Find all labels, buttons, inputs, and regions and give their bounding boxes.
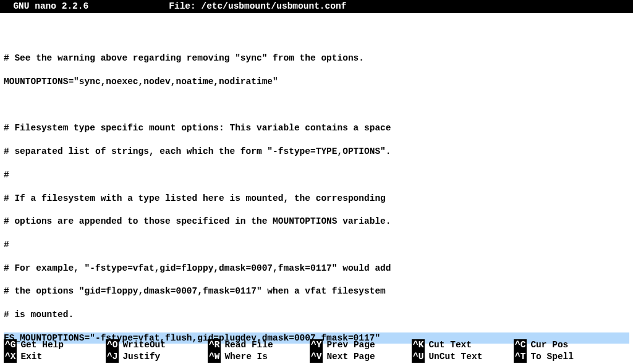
text-line: # is mounted.: [4, 309, 629, 321]
shortcut-justify[interactable]: ^JJustify: [106, 351, 208, 363]
text-line: # Filesystem type specific mount options…: [4, 122, 629, 134]
app-name: GNU nano 2.2.6: [2, 1, 88, 12]
shortcuts-footer: ^GGet Help ^OWriteOut ^RRead File ^YPrev…: [0, 339, 633, 364]
key-label: ^J: [106, 351, 119, 363]
text-line: MOUNTOPTIONS="sync,noexec,nodev,noatime,…: [4, 76, 629, 88]
text-line: [4, 30, 629, 41]
text-line: [4, 99, 629, 111]
editor-body[interactable]: # See the warning above regarding removi…: [0, 13, 633, 364]
shortcut-label: UnCut Text: [428, 351, 482, 363]
shortcut-cut-text[interactable]: ^KCut Text: [412, 339, 514, 351]
shortcut-label: Cut Text: [428, 339, 472, 351]
shortcut-label: Exit: [20, 351, 42, 363]
shortcut-get-help[interactable]: ^GGet Help: [4, 339, 106, 351]
key-label: ^V: [310, 351, 323, 363]
text-line: # the options "gid=floppy,dmask=0007,fma…: [4, 286, 629, 297]
shortcut-next-page[interactable]: ^VNext Page: [310, 351, 412, 363]
text-line: # If a filesystem with a type listed her…: [4, 193, 629, 205]
file-path: File: /etc/usbmount/usbmount.conf: [88, 1, 631, 12]
key-label: ^O: [106, 339, 119, 351]
shortcut-exit[interactable]: ^XExit: [4, 351, 106, 363]
text-line: #: [4, 239, 629, 251]
shortcut-to-spell[interactable]: ^TTo Spell: [514, 351, 616, 363]
shortcut-label: WriteOut: [122, 339, 166, 351]
shortcut-label: Get Help: [20, 339, 64, 351]
text-line: #: [4, 169, 629, 181]
shortcut-row: ^GGet Help ^OWriteOut ^RRead File ^YPrev…: [4, 339, 629, 351]
shortcut-label: Cur Pos: [530, 339, 568, 351]
text-line: # See the warning above regarding removi…: [4, 53, 629, 64]
editor-header: GNU nano 2.2.6 File: /etc/usbmount/usbmo…: [0, 0, 633, 13]
shortcut-where-is[interactable]: ^WWhere Is: [208, 351, 310, 363]
shortcut-label: Read File: [224, 339, 273, 351]
key-label: ^K: [412, 339, 425, 351]
shortcut-label: Justify: [122, 351, 160, 363]
shortcut-row: ^XExit ^JJustify ^WWhere Is ^VNext Page …: [4, 351, 629, 363]
key-label: ^T: [514, 351, 527, 363]
shortcut-read-file[interactable]: ^RRead File: [208, 339, 310, 351]
shortcut-uncut-text[interactable]: ^UUnCut Text: [412, 351, 514, 363]
key-label: ^R: [208, 339, 221, 351]
shortcut-prev-page[interactable]: ^YPrev Page: [310, 339, 412, 351]
shortcut-cur-pos[interactable]: ^CCur Pos: [514, 339, 616, 351]
key-label: ^C: [514, 339, 527, 351]
shortcut-label: Where Is: [224, 351, 268, 363]
shortcut-label: Prev Page: [326, 339, 375, 351]
shortcut-label: To Spell: [530, 351, 574, 363]
key-label: ^X: [4, 351, 17, 363]
shortcut-writeout[interactable]: ^OWriteOut: [106, 339, 208, 351]
key-label: ^Y: [310, 339, 323, 351]
key-label: ^G: [4, 339, 17, 351]
text-line: # options are appended to those specific…: [4, 216, 629, 227]
key-label: ^W: [208, 351, 221, 363]
shortcut-label: Next Page: [326, 351, 375, 363]
key-label: ^U: [412, 351, 425, 363]
text-line: # separated list of strings, each which …: [4, 146, 629, 158]
text-line: # For example, "-fstype=vfat,gid=floppy,…: [4, 263, 629, 274]
